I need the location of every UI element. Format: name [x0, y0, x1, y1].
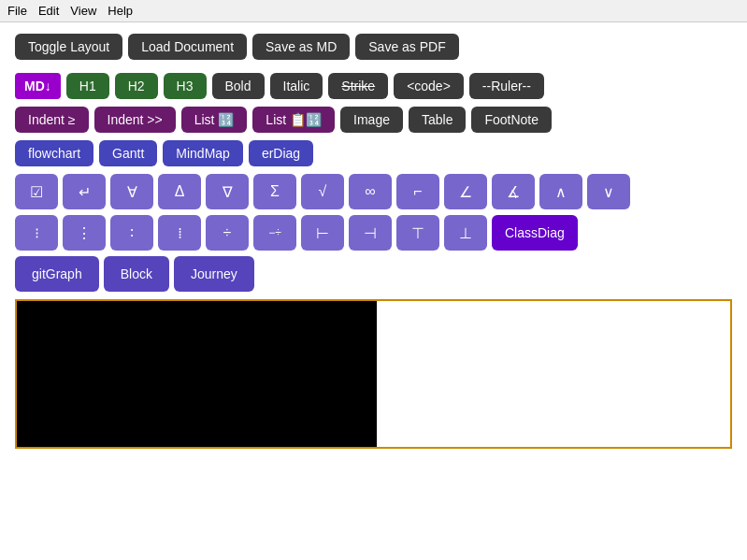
ruler-button[interactable]: --Ruler--: [469, 73, 544, 99]
symbols-row-2: ⁝ ⋮ ∶ ⁞ ÷ −÷ ⊢ ⊣ ⊤ ⊥ ClassDiag: [15, 215, 732, 251]
gantt-button[interactable]: Gantt: [99, 140, 157, 166]
h2-button[interactable]: H2: [115, 73, 158, 99]
extra-buttons-row: gitGraph Block Journey: [15, 256, 732, 292]
sym-nabla[interactable]: ∇: [206, 174, 249, 209]
sym-infinity[interactable]: ∞: [349, 174, 392, 209]
save-pdf-button[interactable]: Save as PDF: [355, 34, 458, 60]
sym-arrow-down-left[interactable]: ↵: [63, 174, 106, 209]
sym-top[interactable]: ⊤: [396, 215, 439, 251]
mindmap-button[interactable]: MindMap: [163, 140, 243, 166]
table-button[interactable]: Table: [409, 107, 466, 133]
menu-bar: File Edit View Help: [0, 0, 747, 22]
list1-button[interactable]: List 🔢: [181, 107, 248, 133]
sym-right-tack[interactable]: ⊢: [301, 215, 344, 251]
h1-button[interactable]: H1: [66, 73, 109, 99]
sym-delta[interactable]: Δ: [158, 174, 201, 209]
menu-file[interactable]: File: [7, 4, 27, 18]
symbols-row-1: ☑ ↵ ∀ Δ ∇ Σ √ ∞ ⌐ ∠ ∡ ∧ ∨: [15, 174, 732, 209]
journey-button[interactable]: Journey: [174, 256, 254, 292]
menu-edit[interactable]: Edit: [38, 4, 59, 18]
sym-bottom[interactable]: ⊥: [444, 215, 487, 251]
editor-left-panel[interactable]: [17, 301, 377, 447]
sym-left-corner[interactable]: ⌐: [396, 174, 439, 209]
block-button[interactable]: Block: [104, 256, 169, 292]
italic-button[interactable]: Italic: [270, 73, 323, 99]
sym-divide[interactable]: ÷: [206, 215, 249, 251]
formatting-row-2: Indent ≥ Indent >> List 🔢 List 📋🔢 Image …: [15, 107, 732, 133]
indent-right-button[interactable]: Indent >>: [94, 107, 176, 133]
indent-left-button[interactable]: Indent ≥: [15, 107, 89, 133]
editor-right-panel: [377, 301, 730, 447]
toggle-layout-button[interactable]: Toggle Layout: [15, 34, 122, 60]
main-content: Toggle Layout Load Document Save as MD S…: [0, 22, 747, 560]
sym-checkbox[interactable]: ☑: [15, 174, 58, 209]
editor-area: [15, 299, 732, 449]
sym-sqrt[interactable]: √: [301, 174, 344, 209]
classdiag-button[interactable]: ClassDiag: [492, 215, 578, 251]
sym-vee[interactable]: ∨: [587, 174, 630, 209]
main-toolbar: Toggle Layout Load Document Save as MD S…: [15, 34, 732, 60]
menu-view[interactable]: View: [70, 4, 96, 18]
image-button[interactable]: Image: [340, 107, 403, 133]
sym-minus-divide[interactable]: −÷: [253, 215, 296, 251]
sym-tri-colon[interactable]: ⁝: [15, 215, 58, 251]
sym-wedge[interactable]: ∧: [539, 174, 582, 209]
load-document-button[interactable]: Load Document: [128, 34, 247, 60]
flowchart-button[interactable]: flowchart: [15, 140, 93, 166]
sym-sigma[interactable]: Σ: [253, 174, 296, 209]
sym-for-all[interactable]: ∀: [110, 174, 153, 209]
sym-angle[interactable]: ∠: [444, 174, 487, 209]
list2-button[interactable]: List 📋🔢: [252, 107, 335, 133]
sym-ratio[interactable]: ∶: [110, 215, 153, 251]
sym-measured-angle[interactable]: ∡: [492, 174, 535, 209]
footnote-button[interactable]: FootNote: [471, 107, 552, 133]
gitgraph-button[interactable]: gitGraph: [15, 256, 99, 292]
md-logo[interactable]: MD↓: [15, 73, 61, 99]
h3-button[interactable]: H3: [164, 73, 207, 99]
code-button[interactable]: <code>: [394, 73, 464, 99]
formatting-row-1: MD↓ H1 H2 H3 Bold Italic Strike <code> -…: [15, 73, 732, 99]
strike-button[interactable]: Strike: [328, 73, 388, 99]
erdiag-button[interactable]: erDiag: [249, 140, 313, 166]
save-md-button[interactable]: Save as MD: [252, 34, 350, 60]
menu-help[interactable]: Help: [108, 4, 133, 18]
bold-button[interactable]: Bold: [212, 73, 265, 99]
sym-left-tack[interactable]: ⊣: [349, 215, 392, 251]
diagram-row: flowchart Gantt MindMap erDiag: [15, 140, 732, 166]
sym-four-dots[interactable]: ⁞: [158, 215, 201, 251]
sym-vert-ellipsis[interactable]: ⋮: [63, 215, 106, 251]
